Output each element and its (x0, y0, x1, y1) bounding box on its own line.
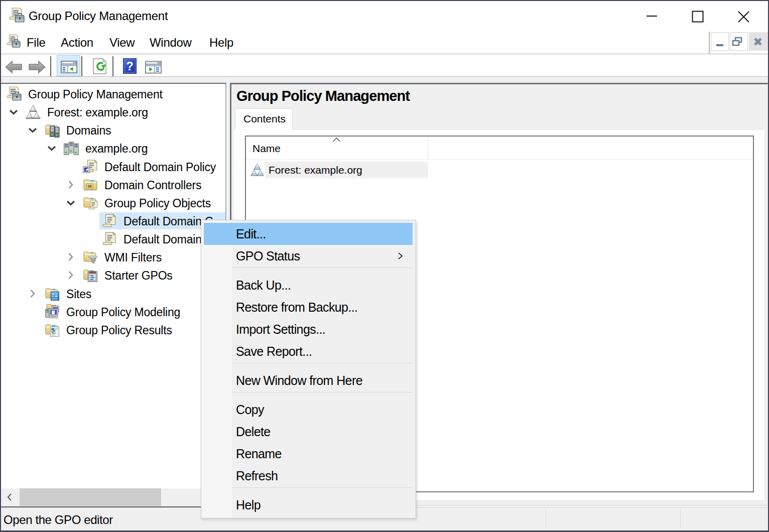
svg-text:?: ? (126, 59, 134, 73)
